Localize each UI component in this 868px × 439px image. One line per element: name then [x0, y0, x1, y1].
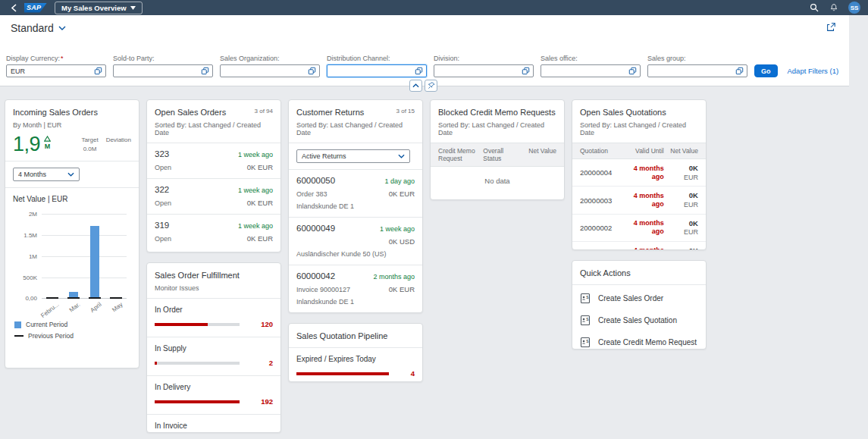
list-item[interactable]: 3191 week ago Open0K EUR [147, 214, 280, 249]
sales-office-input[interactable] [541, 64, 641, 77]
filter-sold-to-party: Sold-to Party: [113, 55, 213, 77]
svg-text:$: $ [586, 339, 589, 343]
value-help-icon[interactable] [628, 67, 637, 75]
column-header: Credit Memo Request [438, 147, 483, 162]
card-title[interactable]: Blocked Credit Memo Requests [438, 107, 556, 118]
overview-content: Incoming Sales Orders By Month | EUR 1,9… [5, 99, 707, 433]
display-currency-input[interactable]: EUR [6, 64, 106, 77]
list-item[interactable]: 600000422 months ago Invoice 900001270K … [289, 265, 422, 312]
returns-filter-select[interactable]: Active Returns [296, 149, 410, 163]
card-title[interactable]: Incoming Sales Orders [13, 107, 131, 118]
target-value: 0.0M [83, 146, 97, 152]
card-title[interactable]: Customer Returns [296, 107, 364, 118]
sorted-by: Sorted By: Last Changed / Created Date [580, 121, 698, 136]
value-help-icon[interactable] [735, 67, 744, 75]
progress-track [155, 362, 240, 365]
go-button[interactable]: Go [754, 64, 778, 77]
app-title-button[interactable]: My Sales Overview [55, 2, 143, 14]
adapt-filters-link[interactable]: Adapt Filters (1) [788, 67, 839, 75]
card-quick-actions: Quick Actions $ Create Sales Order $ Cre… [572, 260, 707, 350]
variant-selector[interactable]: Standard [11, 22, 66, 34]
table-row[interactable]: 20000001 4 months ago 0KEUR [572, 242, 706, 250]
share-icon[interactable] [826, 22, 836, 33]
card-title[interactable]: Sales Quotation Pipeline [296, 331, 415, 341]
fulfillment-segment[interactable]: In Order 120 [147, 298, 280, 337]
list-item[interactable]: 3231 week ago Open0K EUR [147, 143, 280, 178]
value-help-icon[interactable] [415, 67, 423, 75]
filter-label: Sales group: [647, 55, 747, 62]
previous-period-marker [67, 297, 80, 299]
sales-group-input[interactable] [647, 64, 747, 77]
kpi-unit: M [45, 143, 51, 150]
kpi-value: 1,9 [13, 134, 40, 155]
card-open-sales-orders: Open Sales Orders 3 of 94 Sorted By: Las… [146, 99, 281, 252]
sorted-by: Sorted By: Last Changed / Created Date [296, 121, 415, 136]
fulfillment-segment[interactable]: In Invoice 22 [147, 414, 280, 433]
table-header: Quotation Valid Until Net Value [572, 143, 706, 159]
chevron-down-icon [58, 26, 66, 30]
card-sales-quotation-pipeline: Sales Quotation Pipeline Expired / Expir… [288, 323, 423, 382]
distribution-channel-input[interactable] [327, 64, 427, 77]
card-title[interactable]: Sales Order Fulfillment [155, 270, 273, 281]
notifications-bell-icon[interactable] [829, 2, 839, 13]
y-tick: 2M [13, 211, 37, 218]
sold-to-party-input[interactable] [113, 64, 213, 77]
chart-plot-area: 2M 1.5M 1M 500K 0,00 [42, 214, 127, 299]
table-row[interactable]: 20000003 4 months ago 0KEUR [572, 187, 706, 214]
pin-header-button[interactable] [425, 80, 437, 92]
target-label: Target [81, 136, 98, 143]
chevron-up-icon [412, 83, 419, 88]
division-input[interactable] [434, 64, 534, 77]
create-sales-order-action[interactable]: $ Create Sales Order [572, 287, 706, 309]
search-icon[interactable] [809, 2, 819, 13]
card-count: 3 of 15 [396, 108, 415, 114]
table-row[interactable]: 20000002 4 months ago 0KEUR [572, 215, 706, 242]
svg-text:$: $ [586, 317, 589, 321]
variant-title: Standard [11, 22, 54, 34]
value-help-icon[interactable] [201, 67, 209, 75]
chart-legend: Current Period Previous Period [14, 321, 131, 340]
value-help-icon[interactable] [522, 67, 530, 75]
progress-fill [155, 323, 208, 326]
column-header: Quotation [580, 147, 625, 155]
progress-fill [296, 372, 389, 375]
create-sales-quotation-action[interactable]: $ Create Sales Quotation [572, 309, 706, 331]
sales-document-icon: $ [580, 315, 591, 326]
progress-fill [155, 362, 157, 365]
create-credit-memo-request-action[interactable]: $ Create Credit Memo Request [572, 331, 706, 350]
chart-title: Net Value | EUR [13, 195, 131, 203]
no-data-text: No data [431, 167, 564, 196]
table-row[interactable]: 20000004 4 months ago 0KEUR [572, 159, 706, 187]
progress-track [296, 372, 389, 375]
value-help-icon[interactable] [308, 67, 316, 75]
sap-logo: SAP [24, 3, 47, 13]
back-icon[interactable] [8, 2, 20, 14]
filter-distribution-channel: Distribution Channel: [327, 55, 427, 77]
filter-label: Sales Organization: [220, 55, 320, 62]
card-customer-returns: Customer Returns 3 of 15 Sorted By: Last… [288, 99, 423, 313]
legend-label: Previous Period [28, 332, 74, 340]
fulfillment-segment[interactable]: In Supply 2 [147, 337, 280, 375]
card-subtitle: By Month | EUR [13, 121, 131, 129]
table-header: Credit Memo Request Overall Status Net V… [431, 143, 564, 167]
chevron-down-icon [67, 172, 74, 177]
collapse-header-button[interactable] [409, 80, 422, 92]
card-title[interactable]: Open Sales Quotations [580, 107, 698, 118]
filter-sales-organization: Sales Organization: [220, 55, 320, 77]
value-help-icon[interactable] [94, 67, 102, 75]
period-select[interactable]: 4 Months [13, 168, 80, 181]
list-item[interactable]: 600000491 week ago 0K USD Ausländischer … [289, 217, 422, 265]
pipeline-segment[interactable]: Expired / Expires Today 4 [289, 347, 422, 382]
fulfillment-segment[interactable]: In Delivery 192 [147, 375, 280, 414]
bar-chart[interactable]: Net Value | EUR 2M 1.5M 1M 500K 0,00 Feb… [5, 188, 139, 347]
y-tick: 0,00 [13, 295, 37, 302]
y-tick: 1.5M [13, 232, 37, 239]
list-item[interactable]: 600000501 day ago Order 3830K EUR Inland… [289, 169, 422, 217]
progress-track [155, 400, 240, 403]
user-avatar[interactable]: SS [848, 2, 860, 14]
sales-organization-input[interactable] [220, 64, 320, 77]
legend-swatch-previous [14, 335, 24, 337]
progress-fill [155, 400, 240, 403]
card-title[interactable]: Open Sales Orders [155, 107, 226, 118]
list-item[interactable]: 3221 week ago Open0K EUR [147, 178, 280, 214]
